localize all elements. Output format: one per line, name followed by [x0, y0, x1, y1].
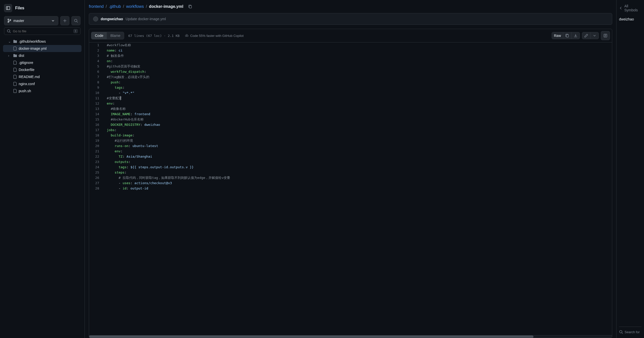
raw-button[interactable]: Raw [552, 32, 563, 39]
code-line[interactable]: 15 #dockerHub仓库名称 [89, 117, 612, 122]
edit-group [582, 32, 599, 39]
edit-dropdown[interactable] [591, 32, 599, 39]
code-line[interactable]: 13 #镜像名称 [89, 106, 612, 111]
all-symbols-link[interactable]: All Symbols [619, 4, 641, 12]
code-line[interactable]: 9 tags: [89, 85, 612, 90]
tree-folder[interactable]: ⌄.github/workflows [3, 38, 82, 45]
line-number[interactable]: 28 [89, 186, 104, 191]
tree-file[interactable]: nginx.conf [3, 80, 82, 87]
horizontal-scrollbar[interactable] [89, 335, 612, 338]
code-line[interactable]: 3# 触发条件 [89, 53, 612, 58]
line-number[interactable]: 24 [89, 164, 104, 170]
code-line[interactable]: 4on: [89, 58, 612, 64]
code-line[interactable]: 20 runs-on: ubuntu-latest [89, 143, 612, 149]
code-line[interactable]: 7#打tag触发，必须是v开头的 [89, 74, 612, 80]
line-number[interactable]: 8 [89, 80, 104, 85]
code-line[interactable]: 21 env: [89, 149, 612, 154]
code-line[interactable]: 17jobs: [89, 127, 612, 133]
download-button[interactable] [572, 32, 580, 39]
commit-author[interactable]: dongweizhao [101, 17, 123, 21]
line-number[interactable]: 19 [89, 138, 104, 143]
line-content: env: [104, 149, 612, 154]
line-content: jobs: [104, 127, 612, 133]
code-line[interactable]: 8 push: [89, 80, 612, 85]
collapse-sidebar-button[interactable] [4, 4, 12, 12]
search-symbol-button[interactable]: Search for [619, 327, 641, 334]
line-number[interactable]: 12 [89, 101, 104, 106]
line-number[interactable]: 23 [89, 159, 104, 164]
tab-blame[interactable]: Blame [107, 32, 124, 39]
code-line[interactable]: 1#workflow名称 [89, 42, 612, 48]
line-number[interactable]: 4 [89, 58, 104, 64]
line-number[interactable]: 9 [89, 85, 104, 90]
line-number[interactable]: 20 [89, 143, 104, 149]
branch-name: master [13, 19, 24, 23]
branch-selector[interactable]: master [4, 16, 58, 25]
tree-file[interactable]: .gitignore [3, 59, 82, 66]
line-number[interactable]: 11 [89, 95, 104, 101]
tree-folder[interactable]: ›dist [3, 52, 82, 59]
line-number[interactable]: 16 [89, 122, 104, 127]
line-number[interactable]: 2 [89, 48, 104, 53]
commit-bar[interactable]: dongweizhao Update docker-image.yml [89, 13, 612, 25]
code-line[interactable]: 26 # 拉取代码，同时获取tag，如果获取不到则默认值为edge，并赋值给v变… [89, 175, 612, 180]
edit-button[interactable] [582, 32, 591, 39]
code-line[interactable]: 22 TZ: Asia/Shanghai [89, 154, 612, 159]
code-line[interactable]: 6 workflow_dispatch: [89, 69, 612, 74]
symbol-item[interactable]: dweizhao [619, 16, 641, 22]
line-number[interactable]: 13 [89, 106, 104, 111]
line-content: TZ: Asia/Shanghai [104, 154, 612, 159]
code-line[interactable]: 5#github页面手动触发 [89, 64, 612, 69]
commit-message[interactable]: Update docker-image.yml [126, 17, 166, 21]
line-number[interactable]: 21 [89, 149, 104, 154]
scrollbar-thumb[interactable] [89, 335, 533, 338]
code-line[interactable]: 2name: ci [89, 48, 612, 53]
copy-path-button[interactable] [187, 3, 194, 10]
copy-button[interactable] [563, 32, 572, 39]
breadcrumb-folder[interactable]: workflows [126, 4, 144, 9]
line-number[interactable]: 17 [89, 127, 104, 133]
line-content: push: [104, 80, 612, 85]
symbols-button[interactable] [601, 31, 610, 40]
line-number[interactable]: 25 [89, 170, 104, 175]
line-number[interactable]: 3 [89, 53, 104, 58]
pencil-icon [584, 34, 588, 38]
line-number[interactable]: 10 [89, 90, 104, 95]
code-line[interactable]: 10 - "v*.*" [89, 90, 612, 95]
code-line[interactable]: 23 outputs: [89, 159, 612, 164]
line-number[interactable]: 1 [89, 42, 104, 48]
tree-file[interactable]: README.md [3, 73, 82, 80]
tab-code[interactable]: Code [91, 32, 107, 39]
code-line[interactable]: 14 IMAGE_NAME: frontend [89, 111, 612, 117]
code-line[interactable]: 11#变量配置 [89, 95, 612, 101]
search-input[interactable] [13, 29, 71, 33]
line-number[interactable]: 6 [89, 69, 104, 74]
line-number[interactable]: 14 [89, 111, 104, 117]
code-line[interactable]: 19 #运行的环境 [89, 138, 612, 143]
add-file-button[interactable] [60, 16, 69, 25]
line-number[interactable]: 18 [89, 133, 104, 138]
code-body[interactable]: 1#workflow名称2name: ci3# 触发条件4on:5#github… [89, 42, 612, 335]
tree-file[interactable]: Dockerfile [3, 66, 82, 73]
code-line[interactable]: 25 steps: [89, 170, 612, 175]
copilot-hint[interactable]: Code 55% faster with GitHub Copilot [185, 34, 244, 38]
code-line[interactable]: 24 tags: ${{ steps.output-id.outputs.v }… [89, 164, 612, 170]
code-line[interactable]: 27 - uses: actions/checkout@v3 [89, 180, 612, 186]
search-button[interactable] [71, 16, 80, 25]
tree-file[interactable]: docker-image.yml [3, 45, 82, 52]
line-number[interactable]: 5 [89, 64, 104, 69]
line-number[interactable]: 22 [89, 154, 104, 159]
go-to-file-search[interactable]: t [4, 27, 80, 35]
tree-file[interactable]: push.sh [3, 87, 82, 94]
code-line[interactable]: 18 build-image: [89, 133, 612, 138]
line-number[interactable]: 27 [89, 180, 104, 186]
line-number[interactable]: 26 [89, 175, 104, 180]
code-line[interactable]: 28 - id: output-id [89, 186, 612, 191]
breadcrumb-folder[interactable]: .github [109, 4, 121, 9]
breadcrumb-repo[interactable]: frontend [89, 4, 104, 9]
code-line[interactable]: 16 DOCKER_REGISTRY: dweizhao [89, 122, 612, 127]
line-number[interactable]: 7 [89, 74, 104, 80]
line-number[interactable]: 15 [89, 117, 104, 122]
sidebar-title: Files [15, 6, 24, 10]
code-line[interactable]: 12env: [89, 101, 612, 106]
